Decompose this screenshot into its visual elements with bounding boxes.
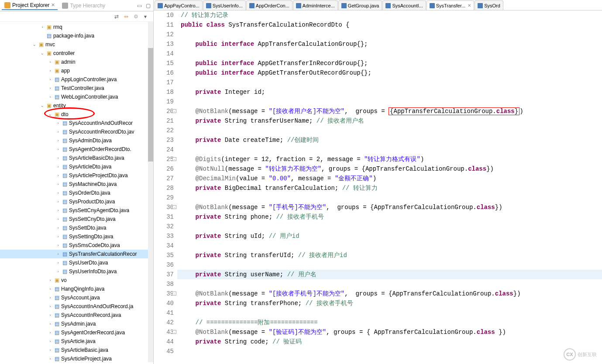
tree-item[interactable]: ›▤SysSettCnyDto.java: [0, 215, 153, 223]
code-line[interactable]: [177, 260, 602, 270]
scrollbar-thumb[interactable]: [148, 48, 153, 161]
tree-item[interactable]: ›▤WebLoginController.java: [0, 93, 153, 101]
chevron-icon[interactable]: ›: [55, 191, 61, 195]
tree-item[interactable]: ›▤SysAccountInAndOutRecor: [0, 119, 153, 127]
code-line[interactable]: private Date createTime; //创建时间: [177, 135, 602, 145]
tree-item[interactable]: ›▤SysArticleDto.java: [0, 162, 153, 171]
tree-item[interactable]: ⌄▣entity: [0, 101, 153, 110]
chevron-icon[interactable]: ›: [47, 69, 53, 73]
link-editor-icon[interactable]: ⇔: [123, 13, 130, 20]
project-explorer-tab[interactable]: Project Explorer ✕: [2, 1, 58, 10]
view-menu-icon[interactable]: ▾: [142, 13, 149, 20]
code-line[interactable]: [177, 193, 602, 203]
fold-marker-icon[interactable]: -: [172, 157, 176, 161]
editor-tab[interactable]: AdminInterce...: [293, 0, 338, 10]
tree-item[interactable]: ›▤SysAccountInRecordDto.jav: [0, 127, 153, 136]
tree-item[interactable]: ›▤SysSettCnyAgentDto.java: [0, 206, 153, 215]
code-line[interactable]: private String userName; // 用户名: [177, 270, 602, 279]
tree-item[interactable]: ›▤AppLoginController.java: [0, 75, 153, 84]
code-line[interactable]: public interface AppTransferCalculationG…: [177, 39, 602, 49]
chevron-icon[interactable]: ›: [55, 121, 61, 125]
code-line[interactable]: [177, 279, 602, 289]
chevron-icon[interactable]: ›: [47, 339, 53, 343]
editor-tab[interactable]: SysAccountI...: [382, 0, 426, 10]
chevron-icon[interactable]: ›: [55, 199, 61, 204]
chevron-icon[interactable]: ›: [55, 243, 61, 247]
chevron-icon[interactable]: ›: [39, 25, 45, 29]
code-line[interactable]: public interface AppGetTransferOutRecord…: [177, 68, 602, 78]
fold-marker-icon[interactable]: -: [172, 330, 176, 334]
chevron-icon[interactable]: ›: [55, 173, 61, 178]
chevron-icon[interactable]: ›: [55, 269, 61, 274]
tree-item[interactable]: ›▣app: [0, 66, 153, 75]
chevron-icon[interactable]: ›: [47, 95, 53, 99]
tree-item[interactable]: ›▤SysAdminDto.java: [0, 136, 153, 145]
code-line[interactable]: public interface AppGetTransferInRecordG…: [177, 58, 602, 68]
code-line[interactable]: // 转让算力记录: [177, 10, 602, 20]
tree-item[interactable]: ›▣vo: [0, 276, 153, 285]
chevron-icon[interactable]: ›: [55, 261, 61, 265]
project-tree[interactable]: ›▣rmq▤package-info.java⌄▣mvc⌄▣controller…: [0, 22, 153, 364]
fold-marker-icon[interactable]: -: [172, 292, 176, 295]
code-line[interactable]: // ==============附加=============: [177, 318, 602, 327]
code-line[interactable]: @NotBlank(message = "[接收者用户名]不能为空", grou…: [177, 106, 602, 116]
chevron-icon[interactable]: ›: [47, 295, 53, 300]
chevron-icon[interactable]: ›: [55, 156, 61, 160]
fold-marker-icon[interactable]: -: [172, 109, 176, 113]
chevron-icon[interactable]: ⌄: [47, 112, 53, 117]
chevron-icon[interactable]: ›: [47, 77, 53, 82]
code-line[interactable]: private String transferPhone; // 接收者手机号: [177, 299, 602, 308]
chevron-icon[interactable]: ›: [47, 287, 53, 291]
code-line[interactable]: @NotBlank(message = "[手机号]不能为空", groups …: [177, 203, 602, 212]
chevron-icon[interactable]: ›: [55, 165, 61, 169]
code-line[interactable]: [177, 97, 602, 106]
chevron-icon[interactable]: ›: [47, 322, 53, 326]
code-line[interactable]: @NotBlank(message = "[验证码]不能为空", groups …: [177, 327, 602, 337]
close-icon[interactable]: ✕: [468, 3, 471, 8]
chevron-icon[interactable]: ›: [47, 86, 53, 90]
tree-scrollbar[interactable]: [148, 22, 153, 362]
code-line[interactable]: private String transferUId; // 接收者用户id: [177, 251, 602, 260]
code-line[interactable]: [177, 241, 602, 251]
chevron-icon[interactable]: ›: [47, 60, 53, 64]
tree-item[interactable]: ›▤SysUserInfoDto.java: [0, 267, 153, 276]
code-line[interactable]: private String uId; // 用户id: [177, 231, 602, 241]
code-line[interactable]: private String transferUserName; // 接收者用…: [177, 116, 602, 126]
fold-marker-icon[interactable]: -: [172, 205, 176, 209]
tree-item[interactable]: ⌄▣dto: [0, 110, 153, 119]
code-line[interactable]: [177, 49, 602, 58]
tree-item[interactable]: ›▣admin: [0, 58, 153, 66]
code-line[interactable]: [177, 126, 602, 135]
code-line[interactable]: [177, 222, 602, 231]
code-line[interactable]: [177, 30, 602, 39]
chevron-icon[interactable]: ›: [47, 313, 53, 317]
tree-item[interactable]: ›▤SysSettDto.java: [0, 223, 153, 232]
editor-tab[interactable]: SysUserInfo...: [203, 0, 246, 10]
tree-item[interactable]: ›▤SysAgentOrderRecordDto.: [0, 145, 153, 154]
type-hierarchy-tab[interactable]: Type Hierarchy: [59, 2, 108, 10]
chevron-icon[interactable]: ›: [55, 138, 61, 143]
editor-tab[interactable]: SysTransfer...✕: [427, 0, 474, 10]
tree-item[interactable]: ›▤SysProductDto.java: [0, 197, 153, 206]
chevron-icon[interactable]: ›: [55, 130, 61, 134]
code-line[interactable]: @Digits(integer = 12, fraction = 2, mess…: [177, 155, 602, 164]
code-line[interactable]: [177, 308, 602, 318]
filter-icon[interactable]: ⚙: [132, 13, 139, 20]
tree-item[interactable]: ›▤SysArticle.java: [0, 337, 153, 346]
chevron-icon[interactable]: ›: [55, 182, 61, 186]
tree-item[interactable]: ›▤SysTransferCalculationRecor: [0, 250, 153, 258]
code-line[interactable]: @NotNull(message = "转让算力不能为空", groups = …: [177, 164, 602, 174]
chevron-icon[interactable]: ›: [55, 252, 61, 256]
editor-tab[interactable]: SysOrd: [475, 0, 503, 10]
tree-item[interactable]: ›▤SysOrderDto.java: [0, 189, 153, 197]
chevron-icon[interactable]: ›: [55, 208, 61, 213]
code-line[interactable]: [177, 347, 602, 356]
code-line[interactable]: private BigDecimal transferCalculation; …: [177, 183, 602, 193]
editor-tab[interactable]: AppPayContro...: [155, 0, 203, 10]
chevron-icon[interactable]: ›: [47, 357, 53, 361]
maximize-icon[interactable]: ▢: [144, 2, 151, 9]
close-icon[interactable]: ✕: [51, 2, 55, 8]
tree-item[interactable]: ›▤SysSettingDto.java: [0, 232, 153, 241]
chevron-icon[interactable]: ›: [55, 226, 61, 230]
chevron-icon[interactable]: ›: [47, 330, 53, 335]
